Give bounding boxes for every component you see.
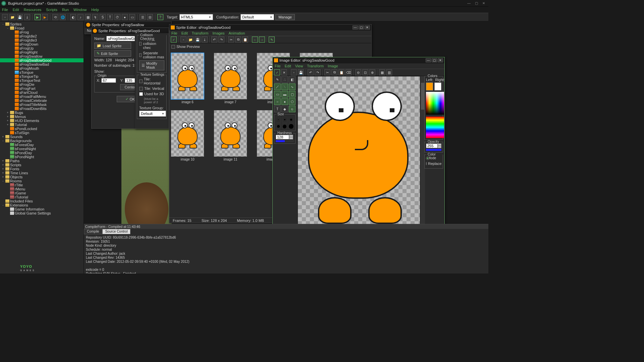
se-new-button[interactable]: ▫ — [180, 37, 186, 43]
tree-item[interactable]: +Paths — [0, 159, 84, 163]
tree-item[interactable]: +Menus — [0, 115, 84, 119]
tree-item[interactable]: sTongueTest — [0, 78, 84, 82]
ie-minimize-button[interactable]: — — [426, 58, 431, 62]
target-select[interactable]: HTML5▼ — [179, 14, 213, 20]
show-preview-checkbox[interactable]: Show Preview — [171, 45, 200, 49]
ie-menu-transform[interactable]: Transform — [307, 64, 324, 68]
hardness-slider[interactable] — [276, 140, 294, 142]
ie-paste-button[interactable]: 📋 — [338, 69, 344, 75]
ie-menu-file[interactable]: File — [275, 64, 281, 68]
ie-ok-button[interactable]: ✓ — [274, 69, 280, 75]
tree-item[interactable]: -Sprites — [0, 22, 84, 26]
tile-horizontal-checkbox[interactable]: Tile: Horizontal — [139, 77, 164, 85]
tree-item[interactable]: sFroadTitleMask — [0, 103, 84, 107]
line2-tool[interactable]: ﹨ — [281, 83, 288, 90]
brush-size-2[interactable] — [282, 117, 287, 123]
create-sprite-button[interactable]: ◐ — [70, 14, 76, 20]
ie-copy-button[interactable]: ⧉ — [331, 69, 337, 75]
tree-item[interactable]: +Objects — [0, 175, 84, 179]
tree-item[interactable]: +Bugs — [0, 111, 84, 115]
create-timeline-button[interactable]: ⏱ — [114, 14, 120, 20]
origin-x-input[interactable]: 67 — [101, 78, 116, 83]
config-select[interactable]: Default▼ — [240, 14, 274, 20]
edit-sprite-button[interactable]: ✎Edit Sprite — [94, 50, 131, 57]
ie-menu-view[interactable]: View — [295, 64, 303, 68]
ie-redo-button[interactable]: ↷ — [315, 69, 321, 75]
se-close-button[interactable]: ✕ — [365, 25, 370, 29]
sprite-frame[interactable]: image 11 — [214, 110, 247, 161]
tree-item[interactable]: sFrogSwallowBad — [0, 62, 84, 66]
pencil-tool[interactable]: ✎ — [274, 76, 281, 83]
tree-item[interactable]: +HUD Elements — [0, 119, 84, 123]
ie-menu-image[interactable]: Image — [328, 64, 338, 68]
create-room-button[interactable]: ▭ — [129, 14, 135, 20]
texture-group-select[interactable]: Default▼ — [139, 111, 166, 117]
tree-item[interactable]: sPondLocked — [0, 127, 84, 131]
menu-scripts[interactable]: Scripts — [46, 8, 57, 12]
sprite-frame[interactable]: image 7 — [214, 53, 247, 104]
stop-button[interactable]: ⟲ — [52, 14, 58, 20]
ie-zoomout-button[interactable]: ⊖ — [355, 69, 361, 75]
hardness-input[interactable]: 128 — [276, 135, 289, 139]
se-prev-button[interactable]: ← — [252, 37, 258, 43]
create-script-button[interactable]: S — [100, 14, 106, 20]
spray-tool[interactable]: ∴ — [281, 76, 288, 83]
se-menu-file[interactable]: File — [171, 31, 177, 35]
se-menu-images[interactable]: Images — [212, 31, 224, 35]
menu-window[interactable]: Window — [73, 8, 87, 12]
brush-size-6[interactable] — [288, 123, 294, 129]
ie-clear-button[interactable]: ⌫ — [345, 69, 352, 75]
tree-item[interactable]: bPondDay — [0, 151, 84, 155]
tree-item[interactable]: +Fonts — [0, 167, 84, 171]
color-palette[interactable] — [426, 92, 444, 115]
tile-vertical-checkbox[interactable]: Tile: Vertical — [139, 86, 164, 90]
brush-size-3[interactable] — [289, 117, 294, 123]
menu-resources[interactable]: Resources — [24, 8, 42, 12]
polygon-tool[interactable]: ⬠ — [289, 98, 296, 105]
menu-help[interactable]: Help — [91, 8, 99, 12]
sprite-frame[interactable]: image 10 — [171, 110, 204, 161]
opacity-slider[interactable] — [426, 149, 441, 151]
ie-zoomin-button[interactable]: ⊕ — [369, 69, 375, 75]
tree-item[interactable]: sFartCloud — [0, 90, 84, 95]
hardness-up[interactable]: ▲ — [289, 135, 293, 137]
modify-mask-button[interactable]: ☰Modify Mask — [139, 60, 164, 70]
brush-size-5[interactable] — [282, 123, 287, 129]
opacity-up[interactable]: ▲ — [438, 143, 441, 146]
tree-item[interactable]: Included Files — [0, 199, 84, 203]
tree-item[interactable]: +Time Lines — [0, 171, 84, 175]
ie-new-button[interactable]: ▫ — [291, 69, 297, 75]
se-copy-button[interactable]: ⧉ — [235, 37, 241, 43]
tree-item[interactable]: -Extensions — [0, 203, 84, 207]
hue-picker[interactable] — [426, 117, 444, 138]
ie-undo-button[interactable]: ↶ — [308, 69, 314, 75]
tree-item[interactable]: sFroadFallMenu — [0, 95, 84, 99]
tree-item[interactable]: sFrogIdle2 — [0, 34, 84, 38]
opacity-input[interactable]: 255 — [426, 143, 438, 148]
right-color-swatch[interactable] — [434, 82, 441, 90]
ie-cancel-button[interactable]: ✕ — [281, 69, 287, 75]
run-button[interactable]: ▶ — [35, 14, 41, 20]
tree-item[interactable]: +Sounds — [0, 135, 84, 139]
eraser-tool[interactable]: ◧ — [289, 76, 296, 83]
brush-size-4[interactable] — [276, 123, 281, 129]
tree-item[interactable]: rTutorial — [0, 195, 84, 199]
rect-tool[interactable]: ▭ — [274, 91, 281, 98]
tree-item[interactable]: sFrog — [0, 30, 84, 34]
resource-tree[interactable]: -Sprites-FroadsFrogsFrogIdle2sFrogIdle3s… — [0, 21, 84, 274]
tree-item[interactable]: rMenu — [0, 187, 84, 191]
tree-item[interactable]: sFrogSwallowGood — [0, 58, 84, 62]
separate-mask-checkbox[interactable]: Separate collision mas — [139, 51, 164, 59]
web-button[interactable]: 🌐 — [60, 14, 66, 20]
tree-item[interactable]: sFrogDown — [0, 42, 84, 46]
manage-button[interactable]: Manage — [275, 14, 295, 20]
help-button[interactable]: ? — [157, 14, 163, 20]
save-button[interactable]: 💾 — [17, 14, 23, 20]
fillellipse-tool[interactable]: ● — [281, 98, 288, 105]
tree-item[interactable]: +Tutorial — [0, 123, 84, 127]
ie-maximize-button[interactable]: ▢ — [432, 58, 437, 62]
roundrect-tool[interactable]: ▢ — [289, 91, 296, 98]
create-font-button[interactable]: T — [107, 14, 113, 20]
create-background-button[interactable]: ▦ — [85, 14, 91, 20]
open-project-button[interactable]: 📁 — [9, 14, 15, 20]
